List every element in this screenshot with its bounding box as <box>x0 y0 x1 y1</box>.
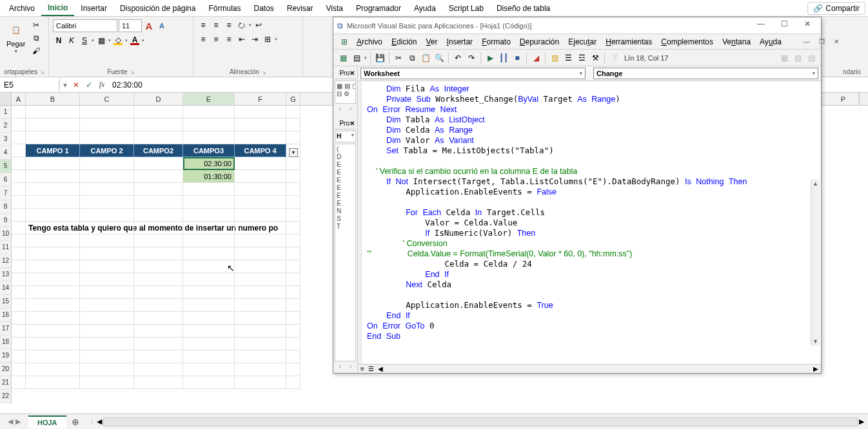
vba-menu-insertar[interactable]: Insertar <box>442 36 477 48</box>
col-header[interactable]: G <box>286 93 301 105</box>
increase-font-button[interactable]: A <box>143 20 155 32</box>
row-header[interactable]: 15 <box>0 295 12 309</box>
redo-button[interactable]: ↷ <box>466 52 477 64</box>
cell[interactable] <box>286 260 301 273</box>
cell[interactable] <box>286 338 301 350</box>
cell[interactable] <box>80 234 134 247</box>
font-size-select[interactable] <box>119 19 142 32</box>
cell[interactable] <box>80 376 134 389</box>
cell[interactable] <box>134 170 183 183</box>
row-header[interactable]: 21 <box>0 376 12 390</box>
cell[interactable] <box>183 363 235 376</box>
cell[interactable] <box>235 209 286 222</box>
cell[interactable] <box>80 157 134 170</box>
row-header[interactable]: 7 <box>0 187 12 200</box>
align-top-button[interactable]: ≡ <box>197 19 209 31</box>
fx-cancel-button[interactable]: ✕ <box>70 81 83 90</box>
cell[interactable] <box>134 119 183 131</box>
bold-button[interactable]: N <box>53 35 64 46</box>
cell[interactable] <box>26 350 80 363</box>
run-button[interactable]: ▶ <box>484 52 496 64</box>
cell[interactable] <box>12 119 26 131</box>
font-name-select[interactable] <box>53 19 117 32</box>
cell[interactable] <box>183 247 235 260</box>
cell[interactable] <box>134 325 183 338</box>
cell[interactable] <box>286 299 301 312</box>
row-header[interactable]: 3 <box>0 133 12 146</box>
copy-button[interactable]: ⧉ <box>30 32 42 44</box>
tab-archivo[interactable]: Archivo <box>3 1 41 15</box>
tab-programador[interactable]: Programador <box>350 1 408 15</box>
vba-menu-edicion[interactable]: Edición <box>388 36 420 48</box>
cell[interactable] <box>286 119 301 131</box>
tab-insertar[interactable]: Insertar <box>74 1 113 15</box>
cell[interactable] <box>12 106 26 119</box>
design-mode-button[interactable]: ◢ <box>530 52 542 64</box>
proj-scroll-left[interactable]: ‹ <box>339 105 341 117</box>
cell[interactable] <box>12 234 26 247</box>
cell[interactable] <box>12 222 26 234</box>
hscroll-right[interactable]: ▶ <box>859 417 864 426</box>
vba-menu-herramientas[interactable]: Herramientas <box>602 36 656 48</box>
cell[interactable] <box>183 312 235 325</box>
hscroll-right[interactable]: ▶ <box>813 365 818 372</box>
cell[interactable] <box>183 325 235 338</box>
cell[interactable] <box>80 209 134 222</box>
toolbox-button[interactable]: ⚒ <box>589 52 601 64</box>
view-excel-button[interactable]: ▦ <box>337 52 349 64</box>
format-painter-button[interactable]: 🖌 <box>30 45 42 57</box>
prop-scroll-left[interactable]: ‹ <box>339 363 341 372</box>
cell[interactable] <box>80 273 134 286</box>
cell[interactable] <box>80 183 134 196</box>
object-combo[interactable]: Worksheet▾ <box>360 68 586 79</box>
row-header[interactable]: 5 <box>0 160 12 173</box>
cell[interactable] <box>286 234 301 247</box>
cell[interactable] <box>183 119 235 131</box>
cell[interactable] <box>26 234 80 247</box>
tab-inicio[interactable]: Inicio <box>41 1 74 16</box>
cell[interactable] <box>286 209 301 222</box>
tab-layout[interactable]: Disposición de página <box>113 1 202 15</box>
cell[interactable]: CAMPO 4 <box>235 144 286 157</box>
reset-button[interactable]: ■ <box>511 52 523 64</box>
cell[interactable] <box>26 247 80 260</box>
cell[interactable]: CAMPO 1 <box>26 144 80 157</box>
cell[interactable] <box>286 350 301 363</box>
cell[interactable] <box>286 157 301 170</box>
cell[interactable] <box>12 157 26 170</box>
cell[interactable] <box>26 273 80 286</box>
cell[interactable] <box>26 363 80 376</box>
cell[interactable] <box>12 338 26 350</box>
align-center-button[interactable]: ≡ <box>210 33 222 45</box>
maximize-button[interactable]: ☐ <box>774 19 794 32</box>
cell[interactable] <box>235 157 286 170</box>
cell[interactable] <box>183 131 235 144</box>
cell[interactable] <box>235 183 286 196</box>
orientation-button[interactable]: ⭮ <box>236 19 248 31</box>
paste-button[interactable]: 📋 <box>420 52 431 64</box>
child-min-button[interactable]: — <box>800 37 814 46</box>
sheet-tab[interactable]: HOJA <box>28 415 66 428</box>
row-header[interactable]: 19 <box>0 349 12 363</box>
cell[interactable] <box>286 131 301 144</box>
sheet-nav-next[interactable]: ▶ <box>15 417 21 426</box>
cell[interactable] <box>12 273 26 286</box>
cell[interactable] <box>286 312 301 325</box>
vba-menu-depuracion[interactable]: Depuración <box>516 36 563 48</box>
tab-diseno-tabla[interactable]: Diseño de tabla <box>490 1 557 15</box>
cell[interactable] <box>183 350 235 363</box>
cell[interactable] <box>80 196 134 209</box>
find-button[interactable]: 🔍 <box>433 52 445 64</box>
cell[interactable] <box>286 286 301 299</box>
cell[interactable] <box>235 273 286 286</box>
cell[interactable] <box>235 119 286 131</box>
add-sheet-button[interactable]: ⊕ <box>66 417 84 427</box>
align-middle-button[interactable]: ≡ <box>210 19 222 31</box>
cell[interactable] <box>12 144 26 157</box>
cell[interactable] <box>235 312 286 325</box>
vba-menu-complementos[interactable]: Complementos <box>657 36 717 48</box>
cell[interactable] <box>286 325 301 338</box>
break-button[interactable]: ┃┃ <box>498 52 509 64</box>
cell[interactable] <box>80 350 134 363</box>
property-row[interactable]: E <box>337 184 354 192</box>
